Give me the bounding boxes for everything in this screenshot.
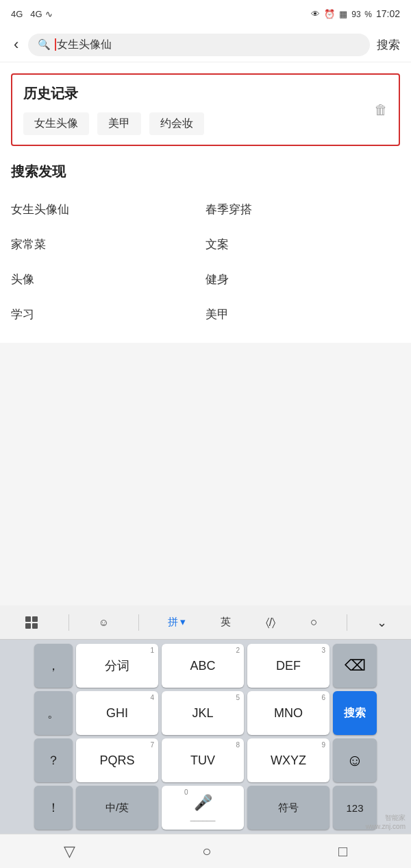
time: 17:02 <box>376 8 400 19</box>
nav-home-button[interactable]: ○ <box>202 843 211 860</box>
history-section: 历史记录 🗑 女生头像 美甲 约会妆 <box>11 73 400 146</box>
nav-back-button[interactable]: ▽ <box>64 843 75 860</box>
discover-title: 搜索发现 <box>11 162 400 181</box>
key-tuv[interactable]: 8 TUV <box>162 738 244 782</box>
history-title: 历史记录 <box>23 84 78 103</box>
search-confirm-button[interactable]: 搜索 <box>377 37 400 53</box>
keyboard-rows: ， 1 分词 2 ABC 3 DEF ⌫ 。 4 <box>0 640 411 834</box>
key-backspace[interactable]: ⌫ <box>333 644 377 688</box>
search-bar: ‹ 🔍 女生头像仙 搜索 <box>0 27 411 62</box>
svg-rect-2 <box>25 623 31 629</box>
toolbar-pinyin[interactable]: 拼 ▾ <box>162 613 191 631</box>
key-mno[interactable]: 6 MNO <box>247 691 329 735</box>
search-icon: 🔍 <box>38 38 51 51</box>
discover-section: 搜索发现 女生头像仙 春季穿搭 家常菜 文案 头像 健身 学习 美甲 <box>11 162 400 332</box>
eye-icon: 👁 <box>311 9 320 19</box>
key-emoji[interactable]: ☺ <box>333 738 377 782</box>
brand-name: 智能家 <box>366 813 406 823</box>
svg-rect-3 <box>32 623 38 629</box>
key-def[interactable]: 3 DEF <box>247 644 329 688</box>
toolbar-sep-1 <box>68 614 69 631</box>
battery-indicator: 93 % <box>351 9 372 19</box>
alarm-icon: ⏰ <box>324 9 335 19</box>
main-content: 历史记录 🗑 女生头像 美甲 约会妆 搜索发现 女生头像仙 春季穿搭 家常菜 文… <box>0 62 411 343</box>
toolbar-english[interactable]: 英 <box>215 613 236 631</box>
discover-item-left-2[interactable]: 头像 <box>11 262 206 297</box>
key-fenchi[interactable]: 1 分词 <box>76 644 158 688</box>
history-tag-2[interactable]: 约会妆 <box>149 112 204 135</box>
key-wxyz[interactable]: 9 WXYZ <box>247 738 329 782</box>
back-button[interactable]: ‹ <box>11 33 21 56</box>
status-signal: 4G 4G ∿ <box>11 9 53 19</box>
key-switch-lang[interactable]: 中/英 <box>76 786 158 830</box>
history-tag-1[interactable]: 美甲 <box>97 112 141 135</box>
key-row-1: ， 1 分词 2 ABC 3 DEF ⌫ <box>3 644 408 688</box>
key-exclaim[interactable]: ！ <box>34 786 73 830</box>
discover-item-right-0[interactable]: 春季穿搭 <box>206 192 400 227</box>
toolbar-sep-2 <box>138 614 139 631</box>
key-question[interactable]: ？ <box>34 738 73 782</box>
discover-item-left-1[interactable]: 家常菜 <box>11 227 206 262</box>
discover-item-right-2[interactable]: 健身 <box>206 262 400 297</box>
discover-item-left-0[interactable]: 女生头像仙 <box>11 192 206 227</box>
signal-text: 4G 4G <box>11 9 42 19</box>
watermark: 智能家 www.znj.com <box>366 813 406 830</box>
discover-item-right-3[interactable]: 美甲 <box>206 297 400 332</box>
key-search[interactable]: 搜索 <box>333 691 377 735</box>
status-bar: 4G 4G ∿ 👁 ⏰ ▦ 93 % 17:02 <box>0 0 411 27</box>
key-symbols[interactable]: 符号 <box>247 786 329 830</box>
wifi-icon: ∿ <box>45 9 53 19</box>
search-input-wrap[interactable]: 🔍 女生头像仙 <box>28 34 370 56</box>
discover-item-right-1[interactable]: 文案 <box>206 227 400 262</box>
key-row-2: 。 4 GHI 5 JKL 6 MNO 搜索 <box>3 691 408 735</box>
toolbar-emoji[interactable]: ☺ <box>93 614 114 631</box>
toolbar-sep-3 <box>347 614 347 631</box>
svg-rect-1 <box>32 616 38 622</box>
toolbar-code[interactable]: 〈/〉 <box>260 614 281 631</box>
key-comma[interactable]: ， <box>34 644 73 688</box>
search-input[interactable]: 女生头像仙 <box>55 38 360 52</box>
key-ghi[interactable]: 4 GHI <box>76 691 158 735</box>
lock-icon: ▦ <box>339 9 347 19</box>
discover-item-left-3[interactable]: 学习 <box>11 297 206 332</box>
key-pqrs[interactable]: 7 PQRS <box>76 738 158 782</box>
key-row-3: ？ 7 PQRS 8 TUV 9 WXYZ ☺ <box>3 738 408 782</box>
history-tag-0[interactable]: 女生头像 <box>23 112 89 135</box>
discover-grid: 女生头像仙 春季穿搭 家常菜 文案 头像 健身 学习 美甲 <box>11 192 400 332</box>
keyboard-container: ☺ 拼 ▾ 英 〈/〉 ○ ⌄ ， 1 分词 2 ABC 3 DEF <box>0 605 411 834</box>
status-right: 👁 ⏰ ▦ 93 % 17:02 <box>311 8 400 19</box>
key-abc[interactable]: 2 ABC <box>162 644 244 688</box>
nav-recent-button[interactable]: □ <box>338 843 347 860</box>
delete-history-button[interactable]: 🗑 <box>374 102 388 118</box>
keyboard-toolbar: ☺ 拼 ▾ 英 〈/〉 ○ ⌄ <box>0 605 411 640</box>
key-jkl[interactable]: 5 JKL <box>162 691 244 735</box>
brand-url: www.znj.com <box>366 823 406 830</box>
nav-bar: ▽ ○ □ <box>0 834 411 868</box>
history-tags: 女生头像 美甲 约会妆 <box>23 112 388 135</box>
key-mic-space[interactable]: 0 🎤 ______ <box>162 786 244 830</box>
history-header: 历史记录 <box>23 84 388 103</box>
toolbar-grid[interactable] <box>18 612 45 633</box>
toolbar-collapse[interactable]: ⌄ <box>371 612 393 633</box>
key-row-4: ！ 中/英 0 🎤 ______ 符号 123 <box>3 786 408 830</box>
key-period[interactable]: 。 <box>34 691 73 735</box>
toolbar-search[interactable]: ○ <box>305 613 323 632</box>
svg-rect-0 <box>25 616 31 622</box>
